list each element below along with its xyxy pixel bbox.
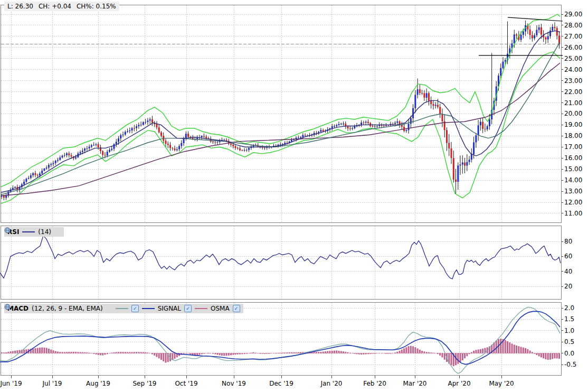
- svg-text:Mar '20: Mar '20: [403, 380, 426, 387]
- macd-indicator-label: MACD (12, 26, 9 - EMA, EMA) ✓ SIGNAL ✓ O…: [4, 304, 243, 313]
- svg-text:15.00: 15.00: [564, 165, 582, 173]
- svg-text:Dec '19: Dec '19: [269, 380, 293, 387]
- rsi-line-swatch: [22, 231, 35, 232]
- svg-text:27.00: 27.00: [564, 33, 582, 40]
- info-globe-icon[interactable]: [106, 305, 112, 312]
- svg-text:60: 60: [564, 253, 572, 260]
- svg-text:16.00: 16.00: [564, 154, 582, 162]
- osma-visible-checkbox[interactable]: ✓: [233, 305, 240, 312]
- svg-text:20: 20: [564, 283, 572, 290]
- svg-text:25.00: 25.00: [564, 55, 582, 62]
- svg-text:1.0: 1.0: [564, 327, 574, 334]
- svg-text:19.00: 19.00: [564, 121, 582, 128]
- svg-text:14.00: 14.00: [564, 176, 582, 184]
- svg-text:Aug '19: Aug '19: [86, 380, 110, 387]
- svg-text:Apr '20: Apr '20: [448, 380, 470, 387]
- svg-text:13.00: 13.00: [564, 188, 582, 195]
- svg-text:Oct '19: Oct '19: [175, 380, 197, 387]
- last-price-label: L: 26.30: [7, 3, 33, 10]
- trading-chart-app: Jun '19Jul '19Aug '19Sep '19Oct '19Nov '…: [0, 0, 588, 392]
- svg-text:11.00: 11.00: [564, 210, 582, 217]
- svg-text:Feb '20: Feb '20: [363, 380, 386, 387]
- osma-line-swatch: [195, 308, 207, 309]
- signal-line-swatch: [142, 308, 155, 309]
- info-globe-icon[interactable]: [54, 229, 61, 235]
- svg-text:Nov '19: Nov '19: [222, 380, 246, 387]
- svg-text:21.00: 21.00: [564, 99, 582, 107]
- change-percent-label: CH%: 0.15%: [77, 3, 116, 10]
- chart-canvas[interactable]: Jun '19Jul '19Aug '19Sep '19Oct '19Nov '…: [0, 0, 588, 392]
- macd-visible-checkbox[interactable]: ✓: [131, 305, 139, 312]
- svg-text:0.0: 0.0: [564, 350, 574, 357]
- svg-text:0.5: 0.5: [564, 338, 574, 346]
- svg-text:20.00: 20.00: [564, 110, 582, 117]
- signal-label: SIGNAL: [158, 305, 181, 312]
- macd-params: (12, 26, 9 - EMA, EMA): [32, 305, 103, 312]
- svg-text:22.00: 22.00: [564, 88, 582, 96]
- svg-text:24.00: 24.00: [564, 66, 582, 73]
- svg-text:Jun '19: Jun '19: [0, 380, 22, 387]
- svg-text:23.00: 23.00: [564, 77, 582, 85]
- svg-text:-0.5: -0.5: [564, 361, 576, 368]
- svg-text:18.00: 18.00: [564, 132, 582, 139]
- svg-text:12.00: 12.00: [564, 199, 582, 206]
- svg-text:Jan '20: Jan '20: [320, 380, 343, 387]
- change-label: CH: +0.04: [39, 3, 71, 10]
- svg-text:Jul '19: Jul '19: [42, 380, 62, 387]
- rsi-indicator-label: RSI (14): [4, 227, 64, 237]
- svg-text:40: 40: [564, 268, 572, 275]
- svg-text:Sep '19: Sep '19: [133, 380, 157, 387]
- svg-text:26.00: 26.00: [564, 44, 582, 51]
- svg-text:80: 80: [564, 238, 572, 245]
- quote-summary: L: 26.30 CH: +0.04 CH%: 0.15%: [4, 2, 119, 11]
- signal-visible-checkbox[interactable]: ✓: [184, 305, 192, 312]
- svg-text:May '20: May '20: [489, 380, 514, 387]
- macd-line-swatch: [116, 308, 128, 309]
- osma-label: OSMA: [211, 305, 230, 312]
- svg-text:2.0: 2.0: [564, 304, 574, 312]
- rsi-period: (14): [38, 228, 51, 236]
- svg-text:1.5: 1.5: [564, 315, 574, 323]
- svg-text:29.00: 29.00: [564, 11, 582, 18]
- svg-text:17.00: 17.00: [564, 143, 582, 151]
- macd-name: MACD: [7, 305, 29, 312]
- svg-text:28.00: 28.00: [564, 22, 582, 29]
